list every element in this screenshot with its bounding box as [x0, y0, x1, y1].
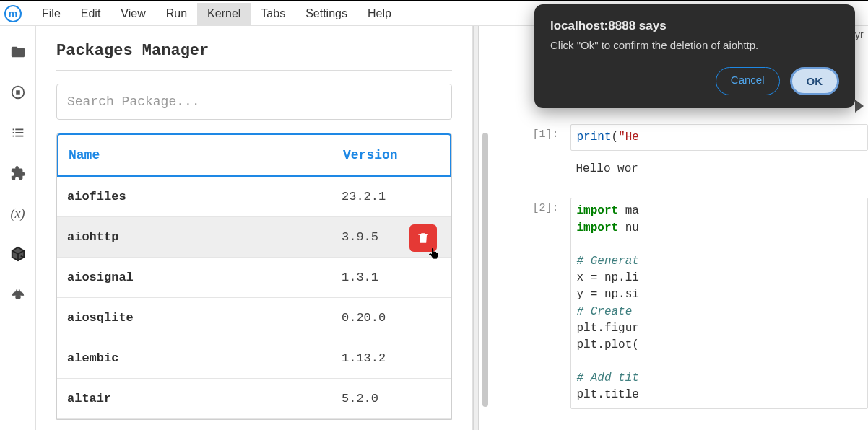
table-header: Name Version: [57, 133, 451, 177]
panel-title: Packages Manager: [56, 42, 452, 60]
build-icon[interactable]: [8, 284, 28, 304]
pkg-version: 0.20.0: [342, 311, 441, 325]
cell-prompt: [1]:: [495, 124, 570, 151]
cell-prompt: [2]:: [495, 198, 570, 408]
pkg-name: altair: [67, 392, 342, 405]
notebook-cell: [1]: print("He: [495, 124, 869, 151]
ok-button[interactable]: OK: [790, 67, 840, 95]
search-input[interactable]: [56, 84, 452, 120]
menu-tabs[interactable]: Tabs: [251, 3, 295, 25]
dialog-message: Click "Ok" to confirm the deletion of ai…: [550, 39, 839, 51]
col-header-name[interactable]: Name: [69, 148, 343, 162]
divider: [56, 70, 452, 71]
running-icon[interactable]: [8, 82, 28, 102]
dialog-buttons: Cancel OK: [550, 67, 839, 95]
folder-icon[interactable]: [8, 42, 28, 62]
menu-run[interactable]: Run: [156, 3, 197, 25]
pkg-name: aiohttp: [67, 230, 342, 244]
pkg-version: 1.3.1: [342, 271, 441, 284]
notebook-output: Hello wor: [495, 158, 869, 180]
pkg-name: aiosqlite: [67, 311, 342, 325]
cell-prompt-blank: [495, 158, 570, 180]
pkg-version: 5.2.0: [342, 392, 441, 405]
pane-divider[interactable]: [473, 26, 479, 430]
packages-table: Name Version aiofiles23.2.1aiohttp3.9.5👆…: [56, 133, 452, 420]
table-row[interactable]: aiosqlite0.20.0: [57, 298, 451, 338]
svg-rect-1: [16, 90, 20, 95]
run-chevron-icon[interactable]: [855, 100, 864, 113]
left-sidebar: (x): [0, 26, 36, 430]
dialog-title: localhost:8888 says: [550, 19, 839, 33]
menu-edit[interactable]: Edit: [71, 3, 111, 25]
menu-settings[interactable]: Settings: [295, 3, 357, 25]
packages-panel: Packages Manager Name Version aiofiles23…: [36, 26, 473, 430]
table-row[interactable]: alembic1.13.2: [57, 338, 451, 379]
cell-code[interactable]: print("He: [570, 124, 869, 151]
table-row[interactable]: altair5.2.0: [57, 379, 451, 419]
cell-code[interactable]: import ma import nu # Generat x = np.li …: [570, 198, 869, 408]
menu-view[interactable]: View: [110, 3, 155, 25]
table-row[interactable]: aiohttp3.9.5👆: [57, 217, 451, 258]
pkg-version: 1.13.2: [342, 351, 441, 365]
pkg-name: aiofiles: [67, 190, 342, 203]
col-header-version[interactable]: Version: [343, 148, 440, 162]
pkg-name: aiosignal: [67, 271, 342, 284]
menu-help[interactable]: Help: [357, 3, 402, 25]
notebook-cell: [2]: import ma import nu # Generat x = n…: [495, 198, 869, 408]
list-icon[interactable]: [8, 123, 28, 143]
confirm-dialog: localhost:8888 says Click "Ok" to confir…: [534, 4, 855, 108]
truncated-tab-text: yr: [855, 25, 868, 45]
menu-file[interactable]: File: [32, 3, 71, 25]
extension-icon[interactable]: [8, 163, 28, 183]
cancel-button[interactable]: Cancel: [716, 67, 780, 95]
pkg-version: 23.2.1: [342, 190, 441, 203]
cell-output-text: Hello wor: [570, 158, 869, 180]
menu-kernel[interactable]: Kernel: [197, 3, 251, 25]
table-row[interactable]: aiosignal1.3.1: [57, 258, 451, 298]
table-row[interactable]: aiofiles23.2.1: [57, 177, 451, 217]
svg-rect-2: [16, 296, 20, 299]
app-logo[interactable]: m: [4, 5, 22, 22]
pkg-name: alembic: [67, 351, 342, 365]
scrollbar[interactable]: [482, 133, 488, 407]
variable-icon[interactable]: (x): [8, 203, 28, 224]
package-icon[interactable]: [8, 244, 28, 264]
